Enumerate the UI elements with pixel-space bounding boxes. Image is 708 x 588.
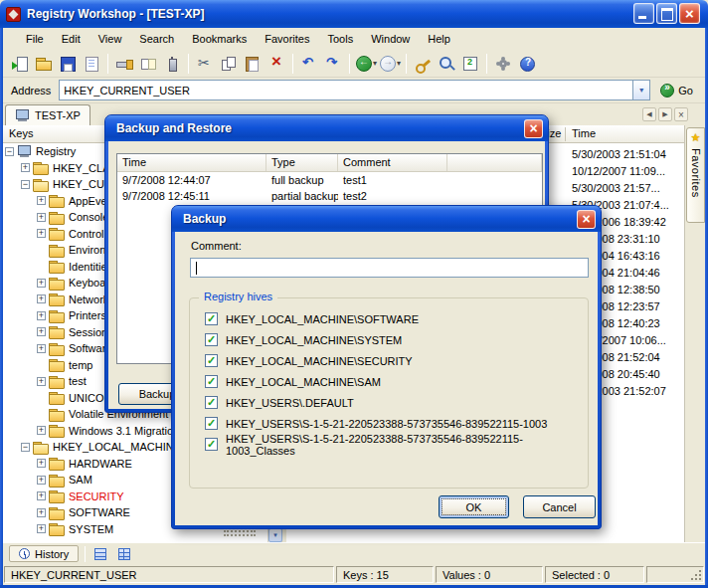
- tree-item[interactable]: −HKEY_LOCAL_MACHINE: [3, 439, 186, 456]
- column-header-type[interactable]: Type: [266, 154, 338, 171]
- cancel-button[interactable]: Cancel: [523, 495, 596, 518]
- hive-checkbox-row[interactable]: HKEY_LOCAL_MACHINE\SYSTEM: [190, 329, 588, 350]
- tab-scroll-left-button[interactable]: ◀: [642, 107, 656, 121]
- tab-close-button[interactable]: ×: [674, 107, 688, 121]
- maximize-button[interactable]: [656, 3, 677, 24]
- menu-file[interactable]: File: [17, 31, 53, 47]
- scroll-down-icon[interactable]: ▼: [268, 528, 282, 542]
- tab-test-xp[interactable]: TEST-XP: [5, 104, 90, 125]
- hive-checkbox-row[interactable]: HKEY_USERS\S-1-5-21-220523388-573735546-…: [190, 413, 588, 434]
- history-grid-view-button[interactable]: [91, 545, 109, 563]
- menu-edit[interactable]: Edit: [53, 31, 89, 47]
- back-button[interactable]: ▾: [354, 52, 378, 76]
- column-header-time[interactable]: Time: [572, 125, 596, 142]
- tree-item[interactable]: +HARDWARE: [3, 456, 186, 473]
- checkbox-checked-icon[interactable]: [205, 396, 218, 409]
- connect-button[interactable]: [112, 52, 136, 76]
- settings-button[interactable]: [491, 52, 515, 76]
- tree-expander-collapsed[interactable]: +: [37, 459, 46, 468]
- backup-close-button[interactable]: [577, 210, 596, 229]
- copy-button[interactable]: [217, 52, 241, 76]
- tree-expander-collapsed[interactable]: +: [21, 163, 30, 172]
- tree-expander-collapsed[interactable]: +: [37, 491, 46, 500]
- resize-grip[interactable]: [699, 578, 701, 580]
- binary-view-button[interactable]: [80, 52, 103, 76]
- tree-expander-collapsed[interactable]: +: [37, 213, 46, 222]
- backup-list-row[interactable]: 9/7/2008 12:45:11partial backuptest2: [117, 188, 542, 204]
- title-bar[interactable]: Registry Workshop - [TEST-XP]: [0, 0, 708, 28]
- tree-item[interactable]: +SOFTWARE: [3, 504, 186, 521]
- checkbox-checked-icon[interactable]: [205, 375, 218, 388]
- menu-favorites[interactable]: Favorites: [256, 31, 318, 47]
- tree-item[interactable]: +SAM: [3, 472, 186, 489]
- undo-button[interactable]: [297, 52, 321, 76]
- comment-input[interactable]: [190, 258, 589, 278]
- compare-data-button[interactable]: [458, 52, 482, 76]
- menu-window[interactable]: Window: [362, 31, 419, 47]
- tree-expander-collapsed[interactable]: +: [37, 426, 46, 435]
- help-button[interactable]: [515, 52, 539, 76]
- menu-tools[interactable]: Tools: [319, 31, 363, 47]
- paste-button[interactable]: [241, 52, 265, 76]
- close-button[interactable]: [679, 3, 700, 24]
- tree-expander-collapsed[interactable]: +: [37, 344, 46, 353]
- tree-expander-collapsed[interactable]: +: [37, 524, 46, 533]
- hive-checkbox-row[interactable]: HKEY_LOCAL_MACHINE\SOFTWARE: [190, 308, 588, 329]
- hive-checkbox-row[interactable]: HKEY_USERS\.DEFAULT: [190, 392, 588, 413]
- tree-item[interactable]: +SYSTEM: [3, 521, 186, 538]
- backup-restore-close-button[interactable]: [524, 119, 543, 138]
- tree-expander-collapsed[interactable]: +: [37, 508, 46, 517]
- search-button[interactable]: [435, 52, 458, 76]
- menu-help[interactable]: Help: [419, 31, 459, 47]
- tree-expander-collapsed[interactable]: +: [37, 294, 46, 303]
- tree-item[interactable]: +SECURITY: [3, 489, 186, 505]
- redo-button[interactable]: [321, 52, 345, 76]
- favorites-tab[interactable]: ★ Favorites: [686, 127, 705, 223]
- tree-expander-collapsed[interactable]: +: [37, 327, 46, 336]
- menu-view[interactable]: View: [89, 31, 131, 47]
- tree-item[interactable]: +Windows 3.1 Migration Status: [3, 423, 186, 440]
- checkbox-checked-icon[interactable]: [205, 438, 218, 451]
- tree-expander-expanded[interactable]: −: [21, 180, 30, 189]
- delete-button[interactable]: [265, 52, 288, 76]
- history-tab[interactable]: History: [9, 545, 79, 562]
- menu-bookmarks[interactable]: Bookmarks: [183, 31, 256, 47]
- security-key-button[interactable]: [411, 52, 435, 76]
- minimize-button[interactable]: [633, 3, 654, 24]
- tree-scroll-grip[interactable]: [224, 530, 256, 536]
- tree-expander-collapsed[interactable]: +: [37, 377, 46, 386]
- battery-button[interactable]: [160, 52, 184, 76]
- checkbox-checked-icon[interactable]: [205, 333, 218, 346]
- go-button[interactable]: Go: [656, 84, 697, 98]
- backup-title-bar[interactable]: Backup: [172, 206, 601, 232]
- tree-expander-collapsed[interactable]: +: [37, 279, 46, 288]
- forward-button[interactable]: ▾: [378, 52, 402, 76]
- menu-search[interactable]: Search: [130, 31, 183, 47]
- tree-expander-collapsed[interactable]: +: [37, 476, 46, 485]
- address-input[interactable]: [60, 81, 632, 99]
- address-dropdown-button[interactable]: ▼: [632, 81, 649, 99]
- backup-list-row[interactable]: 9/7/2008 12:44:07full backuptest1: [117, 172, 542, 188]
- checkbox-checked-icon[interactable]: [205, 354, 218, 367]
- hive-checkbox-row[interactable]: HKEY_USERS\S-1-5-21-220523388-573735546-…: [190, 434, 588, 455]
- checkbox-checked-icon[interactable]: [205, 417, 218, 430]
- cut-button[interactable]: [193, 52, 217, 76]
- open-folder-button[interactable]: [32, 52, 56, 76]
- compare-button[interactable]: [136, 52, 160, 76]
- column-header-time[interactable]: Time: [117, 154, 266, 171]
- column-divider[interactable]: [565, 127, 566, 141]
- tree-expander-expanded[interactable]: −: [5, 147, 14, 156]
- checkbox-checked-icon[interactable]: [205, 312, 218, 325]
- backup-restore-title-bar[interactable]: Backup and Restore: [105, 115, 548, 141]
- hive-checkbox-row[interactable]: HKEY_LOCAL_MACHINE\SAM: [190, 371, 588, 392]
- save-button[interactable]: [56, 52, 80, 76]
- tree-expander-collapsed[interactable]: +: [37, 311, 46, 320]
- ok-button[interactable]: OK: [439, 495, 509, 518]
- tree-expander-collapsed[interactable]: +: [37, 196, 46, 205]
- history-list-view-button[interactable]: [115, 545, 133, 563]
- column-header-comment[interactable]: Comment: [338, 154, 447, 171]
- import-button[interactable]: [8, 52, 32, 76]
- tree-expander-collapsed[interactable]: +: [37, 229, 46, 238]
- tree-expander-expanded[interactable]: −: [21, 443, 30, 452]
- tab-scroll-right-button[interactable]: ▶: [658, 107, 672, 121]
